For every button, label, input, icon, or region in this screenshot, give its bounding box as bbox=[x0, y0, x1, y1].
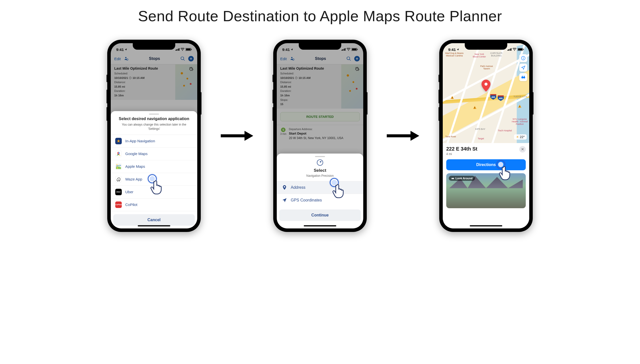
poi-label: Tisch Hospital bbox=[498, 130, 512, 132]
poi-label: Park Avenue Tavern bbox=[480, 65, 493, 70]
info-button[interactable] bbox=[519, 54, 527, 62]
cellular-signal-icon bbox=[508, 48, 512, 51]
svg-text:495: 495 bbox=[491, 96, 495, 98]
precision-option-address[interactable]: Address bbox=[277, 181, 363, 194]
nav-option-inapp[interactable]: In-App Navigation bbox=[111, 134, 197, 148]
nav-option-google[interactable]: Google Maps bbox=[111, 148, 197, 160]
svg-point-11 bbox=[118, 179, 118, 179]
svg-rect-36 bbox=[520, 107, 520, 107]
nav-sheet-subtitle: You can always change this selection lat… bbox=[111, 122, 197, 131]
svg-point-37 bbox=[485, 83, 488, 86]
svg-rect-34 bbox=[475, 108, 475, 108]
svg-rect-47 bbox=[518, 48, 523, 50]
binoculars-button[interactable] bbox=[519, 73, 527, 81]
weather-badge: ☀ 22° bbox=[514, 134, 527, 140]
interstate-shield-icon: 495 bbox=[490, 93, 497, 100]
apple-maps-place-card: 222 E 34th St 4 mi ✕ Directions Look Aro… bbox=[443, 143, 529, 228]
svg-rect-43 bbox=[523, 77, 524, 78]
svg-rect-31 bbox=[452, 97, 452, 98]
poi-label: Tana Rose bbox=[445, 136, 456, 138]
svg-rect-45 bbox=[524, 76, 525, 77]
poi-label: NYU Langone Health - Kimmel Pavilion bbox=[512, 118, 528, 126]
precision-option-gps[interactable]: GPS Coordinates bbox=[277, 194, 363, 206]
nav-option-copilot[interactable]: CoPilot CoPilot bbox=[111, 198, 197, 211]
gps-arrow-icon bbox=[282, 198, 287, 203]
svg-point-8 bbox=[118, 152, 119, 153]
sheet-grabber[interactable] bbox=[149, 114, 159, 114]
poi-label: New York Blood Center bbox=[473, 53, 486, 58]
svg-point-12 bbox=[119, 179, 119, 179]
svg-marker-16 bbox=[245, 131, 253, 141]
page-title: Send Route Destination to Apple Maps Rou… bbox=[0, 0, 640, 25]
svg-rect-35 bbox=[520, 106, 520, 107]
apple-maps-map[interactable]: Mad Dog & Beans Mexican Cantina New York… bbox=[443, 43, 529, 143]
location-indicator-icon bbox=[457, 48, 459, 51]
precision-title: Select bbox=[277, 168, 363, 173]
svg-rect-51 bbox=[453, 178, 453, 179]
svg-text:495: 495 bbox=[499, 97, 503, 100]
svg-point-26 bbox=[284, 186, 285, 188]
phone-frame-1: 9:41 Edit Stops + bbox=[107, 40, 201, 232]
sheet-grabber[interactable] bbox=[315, 156, 325, 157]
svg-rect-48 bbox=[523, 49, 524, 50]
directions-button[interactable]: Directions bbox=[446, 159, 526, 170]
phone-frame-2: 9:41 Edit Stops + bbox=[273, 40, 367, 232]
inapp-nav-icon bbox=[116, 139, 120, 143]
svg-point-39 bbox=[523, 57, 524, 58]
precision-subtitle: Navigation Precision bbox=[277, 174, 363, 178]
svg-rect-32 bbox=[452, 98, 452, 98]
continue-button[interactable]: Continue bbox=[279, 210, 361, 221]
svg-point-13 bbox=[117, 180, 118, 181]
nav-option-waze[interactable]: Waze App bbox=[111, 173, 197, 186]
svg-rect-40 bbox=[523, 58, 524, 60]
pin-icon bbox=[282, 185, 287, 190]
svg-rect-44 bbox=[522, 76, 523, 77]
map-pin[interactable] bbox=[481, 80, 491, 93]
place-address: 222 E 34th St bbox=[446, 146, 478, 152]
apple-maps-icon bbox=[116, 164, 121, 169]
hazard-icon bbox=[473, 106, 477, 110]
cancel-button[interactable]: Cancel bbox=[113, 214, 195, 226]
wifi-icon bbox=[513, 48, 517, 51]
svg-point-10 bbox=[119, 165, 120, 166]
svg-marker-28 bbox=[410, 131, 419, 141]
interstate-shield-icon: 495 bbox=[497, 94, 504, 101]
nav-option-apple[interactable]: Apple Maps bbox=[111, 160, 197, 173]
precision-sheet: Select Navigation Precision Address GPS … bbox=[277, 154, 363, 228]
poi-label: Target bbox=[478, 138, 484, 140]
phone-frame-3: Mad Dog & Beans Mexican Cantina New York… bbox=[439, 40, 533, 232]
svg-rect-33 bbox=[475, 107, 475, 108]
copilot-icon: CoPilot bbox=[115, 202, 122, 208]
look-around-preview[interactable]: Look Around bbox=[446, 173, 526, 208]
locate-button[interactable] bbox=[519, 64, 527, 72]
poi-label: KIPS BAY bbox=[475, 128, 485, 130]
close-button[interactable]: ✕ bbox=[519, 146, 526, 152]
nav-sheet-title: Select desired navigation application bbox=[111, 116, 197, 121]
binoculars-icon bbox=[451, 177, 454, 180]
svg-point-14 bbox=[119, 180, 120, 181]
battery-icon bbox=[518, 48, 524, 51]
google-maps-icon bbox=[116, 152, 121, 156]
svg-point-25 bbox=[317, 160, 323, 165]
poi-label: TUDOR CITY bbox=[514, 96, 527, 98]
nav-option-uber[interactable]: Uber Uber bbox=[111, 186, 197, 198]
hazard-icon bbox=[518, 104, 522, 108]
status-time: 9:41 bbox=[448, 48, 456, 52]
look-around-label: Look Around bbox=[449, 176, 475, 181]
compass-icon bbox=[277, 159, 363, 166]
hazard-icon bbox=[450, 96, 454, 100]
flow-arrow-1 bbox=[221, 130, 253, 142]
uber-icon: Uber bbox=[115, 189, 122, 195]
waze-icon bbox=[116, 177, 121, 182]
place-distance: 4 mi bbox=[446, 152, 478, 156]
flow-arrow-2 bbox=[387, 130, 419, 142]
nav-app-sheet: Select desired navigation application Yo… bbox=[111, 111, 197, 228]
